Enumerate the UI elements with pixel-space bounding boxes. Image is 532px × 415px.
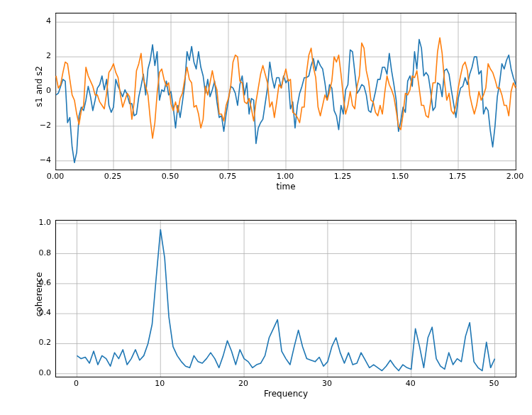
- xtick-label: 1.25: [332, 172, 353, 181]
- xtick-label: 0.50: [160, 172, 181, 181]
- ytick-label: 0.2: [27, 338, 51, 347]
- ytick-label: −2: [27, 121, 51, 130]
- xtick-label: 1.75: [447, 172, 468, 181]
- ytick-label: 0.0: [27, 368, 51, 377]
- ytick-label: 2: [27, 51, 51, 60]
- axes-coherence: [55, 220, 516, 377]
- xlabel-coherence: Frequency: [55, 389, 516, 399]
- ytick-label: −4: [27, 155, 51, 165]
- xtick-label: 0.75: [217, 172, 238, 181]
- xtick-label: 50: [484, 379, 505, 388]
- ytick-label: 4: [27, 16, 51, 26]
- ytick-label: 0.4: [27, 308, 51, 317]
- xtick-label: 10: [149, 379, 170, 388]
- xtick-label: 40: [400, 379, 421, 388]
- xtick-label: 0.00: [45, 172, 66, 181]
- series-coherence: [77, 230, 494, 371]
- axes-signals: [55, 13, 516, 170]
- xtick-label: 30: [316, 379, 338, 388]
- xtick-label: 0.25: [102, 172, 123, 181]
- xtick-label: 2.00: [504, 172, 526, 181]
- ytick-label: 1.0: [27, 218, 51, 227]
- ytick-label: 0.6: [27, 278, 51, 287]
- ytick-label: 0: [27, 86, 51, 95]
- figure: s1 and s2 time coherence Frequency 0.000…: [0, 0, 532, 415]
- xtick-label: 0: [65, 379, 87, 388]
- xtick-label: 20: [233, 379, 254, 388]
- ytick-label: 0.8: [27, 248, 51, 258]
- xtick-label: 1.50: [389, 172, 411, 181]
- xtick-label: 1.00: [275, 172, 296, 181]
- xlabel-signals: time: [55, 182, 516, 192]
